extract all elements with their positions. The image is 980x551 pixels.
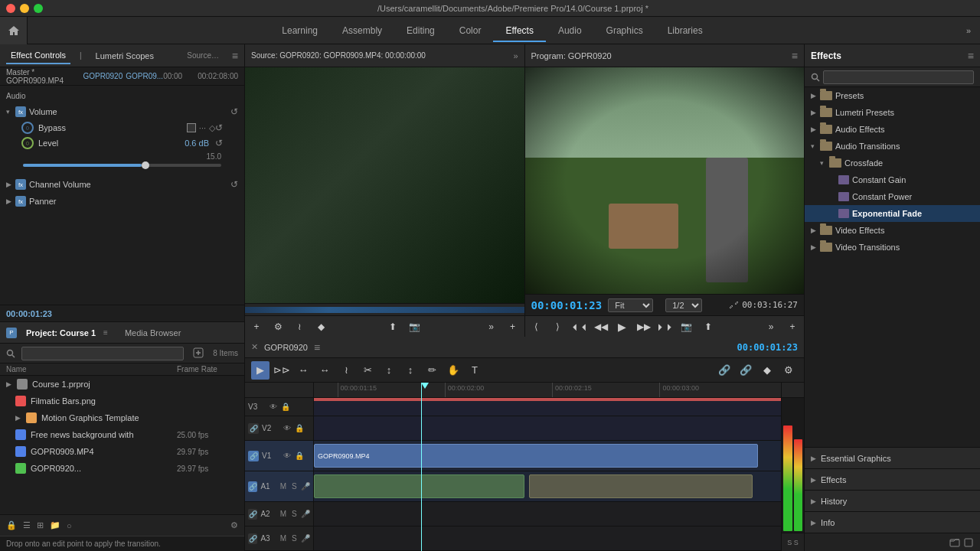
level-slider[interactable] bbox=[23, 164, 221, 167]
effects-tree-crossfade[interactable]: ▾ Crossfade bbox=[805, 155, 980, 171]
nav-tab-assembly[interactable]: Assembly bbox=[330, 19, 394, 42]
play-forward-btn[interactable]: ▶▶ bbox=[635, 318, 652, 335]
home-button[interactable] bbox=[0, 17, 28, 44]
level-slider-thumb[interactable] bbox=[142, 161, 149, 169]
nav-tab-learning[interactable]: Learning bbox=[270, 19, 330, 42]
effects-search-input[interactable] bbox=[823, 70, 974, 84]
track-sync-a1[interactable]: 🔗 bbox=[248, 481, 257, 492]
panner-arrow[interactable]: ▶ bbox=[6, 197, 15, 205]
program-more-btn[interactable]: » bbox=[763, 318, 779, 335]
track-m-a1[interactable]: M bbox=[279, 481, 288, 492]
play-pause-btn[interactable]: ▶ bbox=[614, 318, 631, 335]
volume-expand-arrow[interactable]: ▾ bbox=[6, 108, 15, 116]
audio-clip-a1-2[interactable] bbox=[529, 474, 753, 498]
nav-tab-libraries[interactable]: Libraries bbox=[655, 19, 715, 42]
track-s-a2[interactable]: S bbox=[289, 509, 299, 520]
record-icon[interactable]: ○ bbox=[67, 521, 72, 530]
volume-reset[interactable]: ↺ bbox=[230, 106, 238, 117]
new-item-icon[interactable] bbox=[963, 537, 974, 548]
go-to-in-btn[interactable]: ⟨ bbox=[528, 318, 545, 335]
expand-button[interactable]: ≡ bbox=[232, 50, 238, 62]
effects-tree-constant-power[interactable]: Constant Power bbox=[805, 188, 980, 205]
program-menu-button[interactable]: ≡ bbox=[792, 50, 798, 62]
track-mic-a3[interactable]: 🎤 bbox=[301, 533, 310, 544]
history-panel[interactable]: ▶ History bbox=[805, 490, 980, 511]
effects-tree-audio-effects[interactable]: ▶ Audio Effects bbox=[805, 121, 980, 138]
effects-tree-presets[interactable]: ▶ Presets bbox=[805, 87, 980, 104]
tool-linked-selection[interactable]: 🔗 bbox=[737, 361, 755, 380]
timeline-settings-icon[interactable]: ⚙ bbox=[779, 361, 798, 380]
settings-icon[interactable]: ⚙ bbox=[230, 520, 238, 530]
track-lock-v2[interactable]: 🔒 bbox=[294, 423, 305, 434]
tab-lumetri-scopes[interactable]: Lumetri Scopes bbox=[91, 48, 158, 64]
level-reset[interactable]: ↺ bbox=[215, 138, 223, 148]
program-fit-selector[interactable]: Fit 25% 50% 100% bbox=[608, 298, 653, 312]
bin-icon[interactable]: 📁 bbox=[50, 520, 60, 530]
source-ripple-btn[interactable]: ≀ bbox=[291, 318, 308, 335]
tool-track-select[interactable]: ⊳⊳ bbox=[273, 361, 291, 380]
list-view-icon[interactable]: ☰ bbox=[23, 520, 31, 530]
track-sync-a3[interactable]: 🔗 bbox=[248, 533, 257, 544]
list-item[interactable]: GOPR0909.MP4 29.97 fps bbox=[0, 443, 244, 460]
info-panel[interactable]: ▶ Info bbox=[805, 511, 980, 533]
step-back-btn[interactable]: ⏴⏴ bbox=[571, 318, 588, 335]
source-more-btn[interactable]: » bbox=[483, 318, 500, 335]
effects-tree-constant-gain[interactable]: Constant Gain bbox=[805, 171, 980, 188]
nav-tab-graphics[interactable]: Graphics bbox=[594, 19, 655, 42]
track-sync-v2[interactable]: 🔗 bbox=[248, 423, 259, 434]
channel-volume-reset[interactable]: ↺ bbox=[230, 179, 238, 190]
level-value[interactable]: 0.6 dB bbox=[185, 139, 209, 148]
maximize-button[interactable] bbox=[34, 4, 43, 13]
bypass-checkbox[interactable] bbox=[187, 123, 196, 132]
tool-slip[interactable]: ↕ bbox=[380, 361, 398, 380]
track-sync-a2[interactable]: 🔗 bbox=[248, 509, 257, 520]
source-export-btn[interactable]: ⬆ bbox=[384, 318, 401, 335]
tab-effect-controls[interactable]: Effect Controls bbox=[6, 47, 70, 64]
track-mic-a2[interactable]: 🎤 bbox=[301, 509, 310, 520]
track-eye-v3[interactable]: 👁 bbox=[268, 402, 279, 412]
tool-rolling-edit[interactable]: ↔ bbox=[315, 361, 334, 380]
audio-clip-a1[interactable] bbox=[314, 474, 524, 498]
effects-tree-video-effects[interactable]: ▶ Video Effects bbox=[805, 222, 980, 239]
track-mic-a1[interactable]: 🎤 bbox=[301, 481, 310, 492]
effects-tree-video-transitions[interactable]: ▶ Video Transitions bbox=[805, 239, 980, 256]
source-add-marker-btn[interactable]: + bbox=[248, 318, 265, 335]
tab-media-browser[interactable]: Media Browser bbox=[120, 327, 185, 339]
project-item-root[interactable]: ▶ Course 1.prproj bbox=[0, 376, 244, 393]
effects-collapsed-panel[interactable]: ▶ Effects bbox=[805, 468, 980, 490]
timeline-menu-btn[interactable]: ≡ bbox=[314, 341, 320, 354]
video-clip-v1[interactable]: GOPR0909.MP4 bbox=[314, 444, 758, 468]
track-lock-v3[interactable]: 🔒 bbox=[280, 402, 291, 412]
list-item[interactable]: ▶ Motion Graphics Template bbox=[0, 409, 244, 426]
bypass-reset[interactable]: ↺ bbox=[215, 122, 223, 133]
list-item[interactable]: Free news background with 25.00 fps bbox=[0, 426, 244, 443]
lock-icon[interactable]: 🔒 bbox=[6, 520, 17, 530]
source-mark-btn[interactable]: ◆ bbox=[312, 318, 329, 335]
tool-pen[interactable]: ✏ bbox=[423, 361, 441, 380]
track-m-a3[interactable]: M bbox=[279, 533, 288, 544]
track-m-a2[interactable]: M bbox=[279, 509, 288, 520]
program-scale-selector[interactable]: 1/2 1/4 Full bbox=[665, 298, 702, 312]
track-eye-v2[interactable]: 👁 bbox=[282, 423, 292, 434]
essential-graphics-panel[interactable]: ▶ Essential Graphics bbox=[805, 447, 980, 468]
tool-razor[interactable]: ✂ bbox=[358, 361, 377, 380]
tool-selection[interactable]: ▶ bbox=[251, 361, 270, 380]
source-settings-btn[interactable]: ⚙ bbox=[270, 318, 286, 335]
tool-hand[interactable]: ✋ bbox=[444, 361, 462, 380]
go-to-out-btn[interactable]: ⟩ bbox=[550, 318, 567, 335]
track-eye-v1[interactable]: 👁 bbox=[282, 451, 292, 461]
track-s-a3[interactable]: S bbox=[289, 533, 299, 544]
effects-menu-btn[interactable]: ≡ bbox=[968, 50, 974, 62]
nav-tab-audio[interactable]: Audio bbox=[546, 19, 594, 42]
export-frame-btn[interactable]: 📷 bbox=[678, 318, 695, 335]
channel-volume-arrow[interactable]: ▶ bbox=[6, 181, 15, 188]
tool-rate-stretch[interactable]: ≀ bbox=[337, 361, 355, 380]
timeline-close-btn[interactable]: ✕ bbox=[251, 342, 258, 352]
minimize-button[interactable] bbox=[20, 4, 29, 13]
close-button[interactable] bbox=[6, 4, 15, 13]
effects-tree-lumetri[interactable]: ▶ Lumetri Presets bbox=[805, 104, 980, 121]
tool-type[interactable]: T bbox=[466, 361, 484, 380]
tool-snapping[interactable]: 🔗 bbox=[715, 361, 733, 380]
new-folder-icon[interactable] bbox=[949, 537, 960, 548]
track-s-a1[interactable]: S bbox=[289, 481, 299, 492]
